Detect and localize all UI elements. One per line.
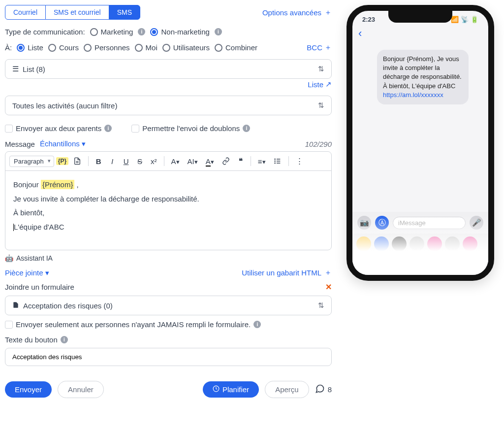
mic-icon: 🎤 xyxy=(470,216,483,230)
radio-to-users[interactable]: Utilisateurs xyxy=(162,43,210,52)
quote-button[interactable]: ❝ xyxy=(235,155,247,168)
radio-non-marketing[interactable]: Non-marketing xyxy=(150,28,209,36)
attachment-dropdown[interactable]: Pièce jointe ▾ xyxy=(5,269,49,277)
clock-icon xyxy=(213,385,220,394)
italic-button[interactable]: I xyxy=(106,155,118,168)
check-never-filled[interactable]: Envoyer seulement aux personnes n'ayant … xyxy=(5,320,261,329)
strike-button[interactable]: S xyxy=(134,155,146,168)
button-text-input[interactable] xyxy=(5,348,332,366)
radio-to-people[interactable]: Personnes xyxy=(84,43,130,52)
info-icon[interactable]: i xyxy=(243,125,250,132)
send-button[interactable]: Envoyer xyxy=(5,381,52,398)
use-html-template-link[interactable]: Utiliser un gabarit HTML ＋ xyxy=(242,268,332,277)
cancel-button[interactable]: Annuler xyxy=(58,381,104,398)
svg-point-7 xyxy=(275,163,275,163)
font-color-button[interactable]: A▾ xyxy=(203,155,217,168)
tab-sms[interactable]: SMS xyxy=(109,5,140,20)
button-text-label: Texte du bouton xyxy=(5,336,58,344)
imessage-input: iMessage xyxy=(393,217,466,229)
info-icon[interactable]: i xyxy=(138,28,145,35)
advanced-options-link[interactable]: Options avancées ＋ xyxy=(262,8,332,17)
check-allow-duplicates[interactable]: Permettre l'envoi de doublons i xyxy=(131,124,250,133)
info-icon[interactable]: i xyxy=(61,336,68,343)
underline-button[interactable]: U xyxy=(120,155,132,168)
info-icon[interactable]: i xyxy=(215,28,222,35)
app-icon xyxy=(463,236,477,251)
samples-dropdown[interactable]: Échantillons ▾ xyxy=(40,139,86,148)
camera-icon: 📷 xyxy=(357,216,371,230)
check-both-parents[interactable]: Envoyer aux deux parents i xyxy=(5,124,112,133)
remove-form-button[interactable]: ✕ xyxy=(325,282,332,292)
robot-icon: 🤖 xyxy=(5,254,13,262)
merge-token: {Prénom} xyxy=(41,180,75,189)
plus-icon: ＋ xyxy=(324,43,332,52)
sms-count: 8 xyxy=(315,384,332,395)
app-icon xyxy=(410,236,424,251)
token-button[interactable]: {P} xyxy=(56,157,68,165)
link-button[interactable] xyxy=(219,155,233,167)
app-icon xyxy=(445,236,460,251)
message-label: Message xyxy=(5,140,35,148)
chevron-updown-icon: ⇅ xyxy=(318,65,324,73)
keyboard-row: Q W E R T Y U I O P xyxy=(352,254,488,275)
list-external-link[interactable]: Liste ↗ xyxy=(5,80,332,89)
editor-textarea[interactable]: Bonjour {Prénom} , Je vous invite à comp… xyxy=(5,171,331,250)
radio-to-me[interactable]: Moi xyxy=(135,43,158,52)
external-link-icon: ↗ xyxy=(325,80,332,89)
join-form-label: Joindre un formulaire xyxy=(5,283,74,291)
sms-icon xyxy=(315,384,325,395)
back-icon: ‹ xyxy=(358,27,362,39)
comm-type-label: Type de communication: xyxy=(5,28,85,36)
plus-icon: ＋ xyxy=(324,268,332,277)
chevron-updown-icon: ⇅ xyxy=(318,301,324,310)
chevron-updown-icon: ⇅ xyxy=(318,101,324,110)
radio-to-list[interactable]: Liste xyxy=(17,43,43,52)
bold-button[interactable]: B xyxy=(93,155,104,168)
tab-sms-email[interactable]: SMS et courriel xyxy=(46,5,109,20)
info-icon[interactable]: i xyxy=(104,125,112,132)
paragraph-select[interactable]: Paragraph xyxy=(9,156,54,167)
app-icon xyxy=(427,236,442,251)
radio-to-combine[interactable]: Combiner xyxy=(215,43,257,52)
phone-preview: 2:23 📶📡🔋 ‹ Bonjour {Prénom}, Je vous inv… xyxy=(346,5,494,281)
phone-status-icons: 📶📡🔋 xyxy=(451,16,478,23)
ai-assistant-link[interactable]: 🤖 Assistant IA xyxy=(5,254,332,262)
phone-time: 2:23 xyxy=(362,16,375,23)
svg-point-6 xyxy=(275,161,275,161)
superscript-button[interactable]: x² xyxy=(148,155,160,168)
schedule-button[interactable]: Planifier xyxy=(203,381,259,398)
radio-marketing[interactable]: Marketing xyxy=(90,28,133,36)
list-select[interactable]: ☰ List (8) ⇅ xyxy=(5,59,332,79)
char-count: 102/290 xyxy=(305,140,332,148)
list-button[interactable] xyxy=(271,155,284,167)
align-button[interactable]: ≡▾ xyxy=(255,155,269,168)
tab-email[interactable]: Courriel xyxy=(5,5,46,20)
plus-icon: ＋ xyxy=(324,8,332,17)
message-editor: Paragraph {P} B I U S x² A▾ AI▾ A▾ ❝ xyxy=(5,151,332,250)
app-icon xyxy=(374,236,389,251)
sms-link: https://am.lol/xxxxxxx xyxy=(383,91,443,99)
list-icon: ☰ xyxy=(12,65,19,73)
apps-icon: Ⓐ xyxy=(375,216,389,230)
app-icon xyxy=(356,236,371,251)
form-select[interactable]: Acceptation des risques (0) ⇅ xyxy=(5,296,332,315)
font-size-button[interactable]: A▾ xyxy=(168,155,183,168)
radio-to-course[interactable]: Cours xyxy=(48,43,79,52)
document-icon[interactable] xyxy=(70,155,84,167)
line-height-button[interactable]: AI▾ xyxy=(185,155,201,168)
more-button[interactable]: ⋮ xyxy=(293,155,306,168)
preview-button[interactable]: Aperçu xyxy=(265,381,309,398)
file-icon xyxy=(12,302,19,310)
sms-bubble: Bonjour {Prénom}, Je vous invite à compl… xyxy=(377,50,469,104)
app-icon xyxy=(392,236,407,251)
to-label: À: xyxy=(5,43,12,52)
activity-select[interactable]: Toutes les activités (aucun filtre) ⇅ xyxy=(5,96,332,115)
bcc-link[interactable]: BCC ＋ xyxy=(307,43,332,52)
svg-point-5 xyxy=(275,159,275,159)
info-icon[interactable]: i xyxy=(253,321,261,328)
